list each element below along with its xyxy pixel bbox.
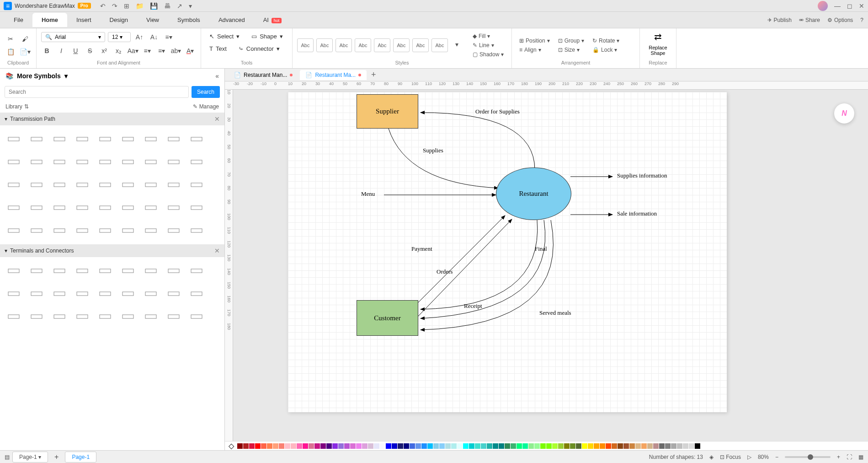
symbol-shape[interactable] [49, 307, 69, 327]
save-icon[interactable]: 💾 [150, 2, 158, 10]
color-swatch[interactable] [641, 443, 647, 449]
paper[interactable]: Supplier Customer Restaurant Menu Order … [288, 92, 727, 412]
color-swatch[interactable] [463, 443, 469, 449]
color-swatch[interactable] [350, 443, 356, 449]
zoom-out-button[interactable]: − [775, 454, 778, 460]
color-swatch[interactable] [457, 443, 463, 449]
font-select[interactable]: 🔍 Arial ▾ [41, 32, 105, 42]
symbol-shape[interactable] [164, 198, 184, 218]
symbol-shape[interactable] [27, 261, 47, 281]
options-button[interactable]: ⚙ Options [827, 17, 853, 23]
color-swatch[interactable] [267, 443, 272, 449]
color-swatch[interactable] [398, 443, 403, 449]
position-button[interactable]: ⊞ Position ▾ [517, 37, 553, 45]
underline-icon[interactable]: U [70, 45, 81, 57]
color-swatch[interactable] [487, 443, 492, 449]
page-selector[interactable]: Page-1 ▾ [12, 452, 48, 463]
color-swatch[interactable] [594, 443, 599, 449]
symbol-shape[interactable] [141, 175, 161, 195]
symbol-shape[interactable] [164, 175, 184, 195]
color-swatch[interactable] [493, 443, 498, 449]
color-swatch[interactable] [439, 443, 445, 449]
style-more-icon[interactable]: ▾ [451, 38, 463, 50]
new-icon[interactable]: ⊞ [124, 2, 129, 10]
color-swatch[interactable] [445, 443, 451, 449]
color-swatch[interactable] [618, 443, 623, 449]
color-swatch[interactable] [606, 443, 611, 449]
format-painter-icon[interactable]: 🖌 [19, 33, 31, 45]
symbol-shape[interactable] [186, 175, 207, 195]
symbol-shape[interactable] [49, 284, 69, 304]
line-spacing-icon[interactable]: ≡▾ [142, 45, 153, 57]
symbol-shape[interactable] [95, 152, 115, 172]
color-swatch[interactable] [552, 443, 558, 449]
symbol-shape[interactable] [164, 221, 184, 241]
color-swatch[interactable] [505, 443, 510, 449]
color-swatch[interactable] [582, 443, 587, 449]
bullets-icon[interactable]: ≡▾ [156, 45, 167, 57]
customer-node[interactable]: Customer [357, 300, 418, 336]
eyedropper-icon[interactable]: ◇ [229, 441, 234, 450]
color-swatch[interactable] [528, 443, 534, 449]
size-button[interactable]: ⊡ Size ▾ [555, 46, 587, 54]
menu-file[interactable]: File [5, 13, 32, 27]
color-swatch[interactable] [677, 443, 682, 449]
menu-symbols[interactable]: Symbols [168, 13, 209, 27]
symbol-shape[interactable] [118, 175, 138, 195]
page-tab-1[interactable]: Page-1 [65, 452, 96, 463]
symbol-shape[interactable] [4, 307, 24, 327]
color-swatch[interactable] [380, 443, 385, 449]
order-supplies-label[interactable]: Order for Supplies [475, 108, 520, 115]
doc-tab-1[interactable]: 📄 Restaurant Man... [229, 70, 298, 80]
focus-button[interactable]: ⊡ Focus [720, 454, 741, 460]
library-label[interactable]: Library [5, 103, 22, 110]
supplies-label[interactable]: Supplies [423, 147, 443, 154]
symbol-shape[interactable] [186, 198, 207, 218]
symbol-shape[interactable] [141, 307, 161, 327]
symbol-shape[interactable] [4, 129, 24, 149]
color-swatch[interactable] [683, 443, 688, 449]
color-swatch[interactable] [671, 443, 676, 449]
color-swatch[interactable] [629, 443, 635, 449]
select-tool[interactable]: ↖ Select ▾ [206, 31, 243, 42]
fullscreen-icon[interactable]: ▦ [858, 454, 863, 460]
text-tool[interactable]: T Text [206, 43, 230, 54]
symbol-shape[interactable] [186, 307, 207, 327]
symbol-shape[interactable] [164, 129, 184, 149]
symbol-shape[interactable] [95, 175, 115, 195]
symbol-shape[interactable] [186, 261, 207, 281]
color-swatch[interactable] [635, 443, 641, 449]
color-swatch[interactable] [326, 443, 332, 449]
symbol-shape[interactable] [72, 152, 92, 172]
color-swatch[interactable] [237, 443, 243, 449]
color-swatch[interactable] [344, 443, 350, 449]
line-button[interactable]: ✎ Line ▾ [470, 41, 506, 49]
style-preset-1[interactable]: Abc [297, 38, 314, 52]
color-swatch[interactable] [546, 443, 552, 449]
menu-ai[interactable]: AI hot [254, 13, 291, 27]
symbol-shape[interactable] [4, 284, 24, 304]
copy-icon[interactable]: 📋 [5, 46, 16, 58]
symbol-shape[interactable] [4, 175, 24, 195]
symbol-shape[interactable] [118, 261, 138, 281]
symbol-shape[interactable] [49, 221, 69, 241]
menu-label[interactable]: Menu [361, 190, 375, 198]
menu-home[interactable]: Home [32, 13, 67, 27]
color-swatch[interactable] [469, 443, 474, 449]
section-close-icon[interactable]: ✕ [214, 115, 220, 123]
highlight-icon[interactable]: ab▾ [170, 45, 181, 57]
style-preset-8[interactable]: Abc [431, 38, 448, 52]
symbol-shape[interactable] [118, 284, 138, 304]
color-swatch[interactable] [374, 443, 379, 449]
bold-icon[interactable]: B [41, 45, 53, 57]
color-swatch[interactable] [499, 443, 504, 449]
section-transmission-path[interactable]: ▾ Transmission Path ✕ [0, 113, 224, 125]
shadow-button[interactable]: ▢ Shadow ▾ [470, 50, 506, 59]
color-swatch[interactable] [564, 443, 570, 449]
symbol-shape[interactable] [49, 129, 69, 149]
color-swatch[interactable] [421, 443, 427, 449]
symbol-shape[interactable] [164, 307, 184, 327]
color-swatch[interactable] [309, 443, 314, 449]
font-size-select[interactable]: 12 ▾ [108, 32, 131, 42]
zoom-slider[interactable] [785, 456, 831, 458]
